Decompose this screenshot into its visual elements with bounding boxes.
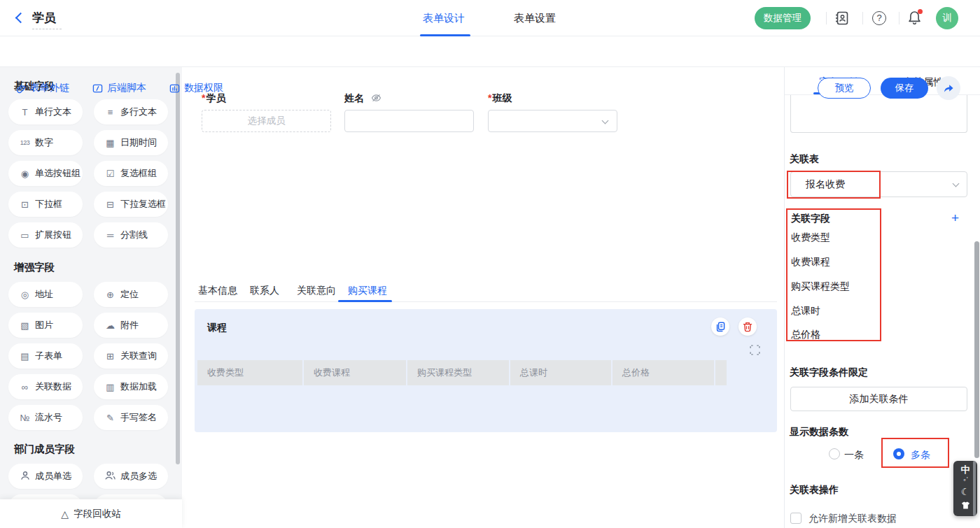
field-item-related-data[interactable]: ∞关联数据 bbox=[8, 374, 83, 399]
field-item-label: 成员多选 bbox=[120, 470, 157, 483]
preview-button[interactable]: 预览 bbox=[818, 78, 871, 99]
field-item-label: 定位 bbox=[120, 288, 139, 301]
radio-multiple-label[interactable]: 多条 bbox=[911, 449, 930, 462]
window-scrollbar-track[interactable] bbox=[973, 461, 976, 516]
field-item-location[interactable]: ⊕定位 bbox=[94, 282, 168, 307]
title-underline bbox=[32, 29, 62, 29]
ime-moon-icon[interactable]: ☾ bbox=[961, 487, 970, 497]
field-item-extend-button[interactable]: ▭扩展按钮 bbox=[8, 222, 83, 248]
share-button[interactable] bbox=[937, 76, 960, 100]
data-permission-link[interactable]: 数据权限 bbox=[169, 78, 223, 98]
field-item-multi-line-text[interactable]: ≡多行文本 bbox=[94, 99, 168, 124]
field-item-label: 数字 bbox=[35, 136, 53, 149]
back-icon[interactable] bbox=[15, 13, 27, 24]
image-icon: ▧ bbox=[19, 320, 31, 331]
field-item-label: 下拉框 bbox=[35, 198, 62, 211]
class-select-field[interactable] bbox=[488, 110, 617, 132]
field-item-label: 复选框组 bbox=[120, 167, 157, 180]
field-item-label: 成员单选 bbox=[35, 470, 71, 483]
radio-single[interactable] bbox=[829, 448, 840, 459]
number-icon: 123 bbox=[19, 139, 31, 146]
form-external-link[interactable]: 表单外链 bbox=[15, 78, 69, 98]
field-item-checkbox-group[interactable]: ☑复选框组 bbox=[94, 161, 168, 186]
recycle-label: 字段回收站 bbox=[74, 508, 121, 520]
data-manage-button[interactable]: 数据管理 bbox=[755, 7, 811, 29]
property-inspector bbox=[784, 67, 980, 528]
top-bar: 学员 表单设计 表单设置 数据管理 ? 训 bbox=[0, 0, 980, 36]
related-field-item[interactable]: 购买课程类型 bbox=[791, 280, 850, 293]
help-icon[interactable]: ? bbox=[872, 11, 886, 25]
field-item-data-load[interactable]: ▥数据加载 bbox=[94, 374, 168, 399]
related-field-item[interactable]: 收费课程 bbox=[791, 256, 830, 269]
recycle-icon: △ bbox=[61, 508, 69, 520]
share-arrow-icon bbox=[943, 83, 954, 93]
add-condition-button[interactable]: 添加关联条件 bbox=[790, 387, 967, 411]
field-item-datetime[interactable]: ▦日期时间 bbox=[94, 130, 168, 155]
related-field-item[interactable]: 总课时 bbox=[791, 305, 820, 317]
field-item-member-multi[interactable]: 成员多选 bbox=[94, 464, 168, 489]
field-item-signature[interactable]: ✎手写签名 bbox=[94, 405, 168, 430]
delete-button[interactable] bbox=[738, 317, 757, 336]
canvas-active-tab-indicator bbox=[338, 300, 392, 302]
link-icon bbox=[15, 83, 26, 94]
related-fields-label: 关联字段 bbox=[791, 213, 830, 225]
expand-fullscreen-icon[interactable] bbox=[750, 345, 760, 358]
field-item-serial-number[interactable]: №流水号 bbox=[8, 405, 83, 430]
subform-col-header: 收费类型 bbox=[197, 360, 302, 385]
tab-form-design[interactable]: 表单设计 bbox=[423, 12, 465, 25]
field-item-divider[interactable]: ═分割线 bbox=[94, 222, 168, 248]
tab-form-settings[interactable]: 表单设置 bbox=[514, 12, 556, 25]
related-field-item[interactable]: 总价格 bbox=[791, 329, 820, 341]
field-item-label: 附件 bbox=[120, 319, 139, 331]
copy-button[interactable] bbox=[711, 317, 729, 336]
member-picker-field[interactable]: 选择成员 bbox=[202, 110, 331, 132]
field-item-multi-dropdown[interactable]: ⊟下拉复选框 bbox=[94, 192, 168, 217]
canvas-tab-basic-info[interactable]: 基本信息 bbox=[198, 285, 237, 297]
field-item-dropdown[interactable]: ⊡下拉框 bbox=[8, 192, 83, 217]
canvas-tab-purchase[interactable]: 购买课程 bbox=[348, 285, 387, 297]
related-table-value: 报名收费 bbox=[806, 178, 845, 190]
allow-add-label[interactable]: 允许新增关联表数据 bbox=[808, 513, 897, 525]
pen-icon: ✎ bbox=[104, 413, 116, 423]
related-query-icon: ⊞ bbox=[104, 351, 116, 362]
ime-mode-chinese[interactable]: 中 bbox=[961, 465, 970, 474]
inspector-scrollbar[interactable] bbox=[974, 241, 979, 458]
field-item-label: 手写签名 bbox=[120, 411, 157, 424]
radio-single-label[interactable]: 一条 bbox=[844, 449, 864, 462]
related-field-item[interactable]: 收费类型 bbox=[791, 231, 830, 244]
crosshair-icon: ⊕ bbox=[104, 290, 116, 300]
serial-icon: № bbox=[19, 413, 31, 423]
field-item-address[interactable]: ◎地址 bbox=[8, 282, 83, 307]
field-item-label: 数据加载 bbox=[120, 380, 157, 393]
name-input-field[interactable] bbox=[344, 110, 474, 132]
trash-icon bbox=[743, 322, 752, 332]
canvas-tab-border bbox=[195, 301, 777, 302]
ime-punctuation-icon[interactable]: ∘ʼ bbox=[962, 477, 968, 483]
field-title-input[interactable] bbox=[790, 95, 967, 133]
contacts-book-icon[interactable] bbox=[834, 10, 850, 29]
field-item-single-line-text[interactable]: T单行文本 bbox=[8, 99, 83, 124]
related-table-select[interactable]: 报名收费 bbox=[790, 171, 967, 197]
field-item-attachment[interactable]: ☁附件 bbox=[94, 313, 168, 338]
canvas-tab-intention[interactable]: 关联意向 bbox=[297, 285, 336, 297]
field-item-radio-group[interactable]: ◉单选按钮组 bbox=[8, 161, 83, 186]
save-button[interactable]: 保存 bbox=[881, 78, 928, 99]
field-item-number[interactable]: 123数字 bbox=[8, 130, 83, 155]
ime-skin-shirt-icon[interactable] bbox=[961, 499, 970, 512]
person-icon bbox=[19, 471, 31, 483]
sidebar-scrollbar[interactable] bbox=[176, 73, 180, 464]
field-item-label: 关联查询 bbox=[120, 350, 157, 362]
allow-add-checkbox[interactable] bbox=[790, 513, 802, 524]
backend-script-link[interactable]: 后端脚本 bbox=[92, 78, 146, 98]
field-item-subform[interactable]: ▤子表单 bbox=[8, 343, 83, 369]
field-item-member-single[interactable]: 成员单选 bbox=[8, 464, 83, 489]
field-item-label: 单选按钮组 bbox=[35, 167, 80, 180]
radio-multiple[interactable] bbox=[893, 448, 904, 459]
field-item-related-query[interactable]: ⊞关联查询 bbox=[94, 343, 168, 369]
field-item-image[interactable]: ▧图片 bbox=[8, 313, 83, 338]
canvas-tab-contacts[interactable]: 联系人 bbox=[250, 285, 279, 297]
related-table-label: 关联表 bbox=[790, 153, 819, 166]
avatar[interactable]: 训 bbox=[936, 7, 958, 29]
add-field-plus-icon[interactable]: + bbox=[951, 211, 959, 224]
field-recycle-bin[interactable]: △ 字段回收站 bbox=[0, 499, 182, 528]
